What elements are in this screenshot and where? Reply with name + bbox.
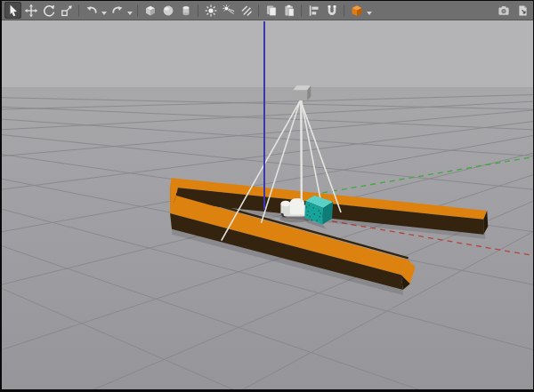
log-record-icon — [515, 4, 530, 18]
insert-sphere-button[interactable] — [159, 2, 176, 19]
view-angle-button[interactable] — [348, 2, 365, 19]
select-mode-button[interactable] — [4, 2, 21, 19]
screenshot-button[interactable] — [495, 2, 512, 19]
redo-icon — [110, 4, 125, 18]
snap-button[interactable] — [323, 2, 340, 19]
robot-cylinder-left-top — [280, 201, 290, 206]
scene-canvas[interactable] — [2, 20, 533, 389]
toolbar — [2, 1, 533, 20]
toolbar-separator — [78, 4, 79, 17]
toolbar-separator — [198, 4, 198, 17]
gazebo-window — [0, 0, 534, 392]
rotate-mode-button[interactable] — [40, 2, 57, 19]
point-light-icon — [204, 4, 218, 18]
redo-dropdown-caret-icon[interactable] — [127, 12, 133, 15]
toolbar-right-group — [495, 2, 530, 19]
directional-light-button[interactable] — [238, 2, 255, 19]
speckle-dot — [306, 214, 308, 216]
speckle-dot — [311, 220, 312, 221]
toolbar-separator — [344, 4, 344, 17]
toolbar-separator — [258, 4, 259, 17]
scale-mode-button[interactable] — [58, 2, 75, 19]
toolbar-separator — [301, 4, 302, 17]
undo-button[interactable] — [83, 2, 100, 19]
spot-light-icon — [222, 4, 236, 18]
insert-cylinder-button[interactable] — [177, 2, 194, 19]
copy-icon — [264, 4, 279, 18]
sphere-icon — [161, 4, 175, 18]
directional-light-icon — [239, 4, 254, 18]
speckle-dot — [307, 211, 309, 212]
rotate-icon — [42, 4, 56, 18]
align-button[interactable] — [305, 2, 322, 19]
paste-icon — [282, 4, 296, 18]
speckle-dot — [318, 210, 320, 212]
paste-button[interactable] — [280, 2, 297, 19]
speckle-dot — [320, 212, 321, 214]
speckle-dot — [313, 213, 315, 215]
box-icon — [143, 4, 158, 18]
speckle-dot — [309, 216, 311, 218]
speckle-dot — [319, 216, 320, 218]
translate-icon — [24, 4, 38, 18]
speckle-dot — [316, 220, 318, 221]
cylinder-icon — [179, 4, 193, 18]
scale-icon — [60, 4, 74, 18]
speckle-dot — [305, 206, 307, 208]
undo-icon — [85, 4, 99, 18]
toolbar-separator — [137, 4, 138, 17]
camera-screenshot-icon — [497, 4, 511, 18]
view-angle-dropdown-caret-icon[interactable] — [367, 12, 372, 15]
speckle-dot — [312, 207, 314, 209]
sky — [2, 20, 533, 87]
log-record-button[interactable] — [514, 2, 530, 19]
3d-viewport[interactable] — [2, 20, 533, 389]
select-arrow-icon — [6, 4, 20, 18]
view-angle-cube-icon — [350, 4, 364, 18]
speckle-dot — [308, 204, 310, 206]
translate-mode-button[interactable] — [22, 2, 39, 19]
insert-box-button[interactable] — [142, 2, 158, 19]
redo-button[interactable] — [109, 2, 125, 19]
snap-icon — [325, 4, 339, 18]
align-icon — [307, 4, 321, 18]
point-light-button[interactable] — [202, 2, 219, 19]
undo-dropdown-caret-icon[interactable] — [101, 12, 107, 15]
spot-light-button[interactable] — [220, 2, 237, 19]
camera-box-front — [293, 90, 307, 100]
copy-button[interactable] — [263, 2, 279, 19]
